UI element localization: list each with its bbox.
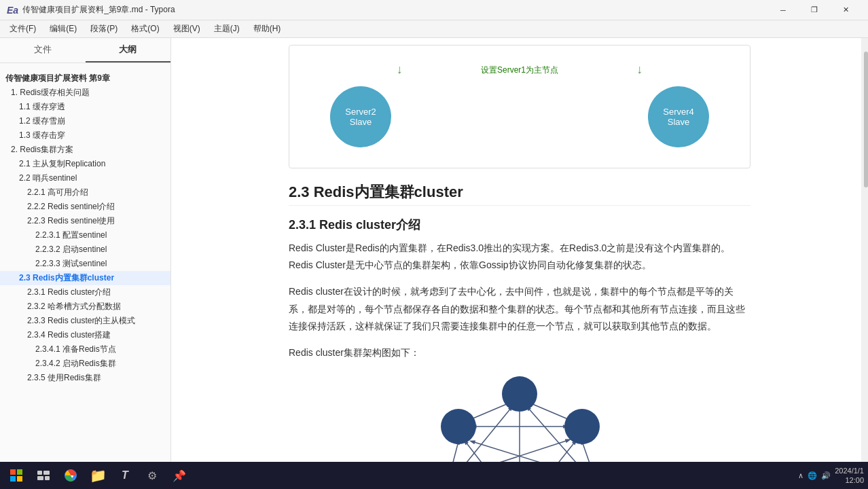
window-title: 传智健康项目扩展资料_第9章.md - Typora — [22, 4, 175, 16]
window-controls: ─ ❐ ✕ — [767, 0, 861, 20]
typora-taskbar-icon[interactable]: T — [113, 463, 137, 488]
outline-item-8[interactable]: 2.2.1 高可用介绍 — [0, 185, 170, 200]
tray-network[interactable]: 🌐 — [808, 471, 817, 480]
server2-node: Server2 Slave — [330, 86, 391, 147]
outline-item-9[interactable]: 2.2.2 Redis sentinel介绍 — [0, 200, 170, 214]
paragraph-2: Redis cluster在设计的时候，就考虑到了去中心化，去中间件，也就是说，… — [289, 283, 751, 335]
menu-help[interactable]: 帮助(H) — [247, 20, 288, 38]
outline-item-4[interactable]: 1.3 缓存击穿 — [0, 128, 170, 143]
tab-files[interactable]: 文件 — [0, 38, 86, 62]
cluster-diagram — [289, 372, 751, 469]
system-tray: ∧ 🌐 🔊 2024/1/112:00 — [798, 466, 864, 486]
sidebar-tabs: 文件 大纲 — [0, 38, 170, 63]
arrow-down-1: ↓ — [397, 62, 403, 77]
cluster-svg — [411, 372, 628, 469]
svg-rect-26 — [17, 476, 22, 482]
svg-rect-23 — [10, 469, 16, 475]
menu-bar: 文件(F) 编辑(E) 段落(P) 格式(O) 视图(V) 主题(J) 帮助(H… — [0, 20, 868, 38]
outline-item-3[interactable]: 1.2 缓存雪崩 — [0, 114, 170, 128]
taskbar-right: ∧ 🌐 🔊 2024/1/112:00 — [798, 466, 864, 486]
start-button[interactable] — [4, 463, 29, 488]
server2-role: Slave — [350, 117, 372, 127]
sidebar: 文件 大纲 传智健康项目扩展资料 第9章 1. Redis缓存相关问题 1.1 … — [0, 38, 171, 469]
outline-item-19[interactable]: 2.3.4.1 准备Redis节点 — [0, 342, 170, 357]
svg-rect-27 — [37, 471, 42, 475]
svg-rect-28 — [43, 471, 50, 475]
extra-icon-1[interactable]: ⚙ — [140, 463, 164, 488]
content-area[interactable]: ↓ 设置Server1为主节点 ↓ Server2 Slave Se — [171, 38, 868, 469]
taskview-button[interactable] — [31, 463, 56, 488]
sentinel-diagram: ↓ 设置Server1为主节点 ↓ Server2 Slave Se — [289, 45, 751, 168]
outline-item-14[interactable]: 2.3 Redis内置集群cluster — [0, 271, 170, 285]
outline-item-16[interactable]: 2.3.2 哈希槽方式分配数据 — [0, 300, 170, 314]
tray-volume[interactable]: 🔊 — [821, 471, 831, 480]
paragraph-1: Redis Cluster是Redis的内置集群，在Redis3.0推出的实现方… — [289, 240, 751, 274]
taskbar-left: 📁 T ⚙ 📌 — [4, 463, 192, 488]
diagram-arrows-top: ↓ 设置Server1为主节点 ↓ — [303, 59, 736, 79]
menu-edit[interactable]: 编辑(E) — [43, 20, 84, 38]
svg-rect-30 — [45, 476, 50, 480]
outline-item-12[interactable]: 2.2.3.2 启动sentinel — [0, 242, 170, 257]
outline-item-21[interactable]: 2.3.5 使用Redis集群 — [0, 371, 170, 385]
svg-line-3 — [528, 402, 573, 421]
outline-item-10[interactable]: 2.2.3 Redis sentinel使用 — [0, 214, 170, 228]
paragraph-3-caption: Redis cluster集群架构图如下： — [289, 344, 751, 361]
heading-2-3-1: 2.3.1 Redis cluster介绍 — [289, 217, 751, 233]
menu-theme[interactable]: 主题(J) — [207, 20, 247, 38]
outline-item-7[interactable]: 2.2 哨兵sentinel — [0, 171, 170, 185]
svg-point-19 — [564, 409, 600, 444]
arrow-down-2: ↓ — [636, 62, 643, 77]
server4-role: Slave — [668, 117, 690, 127]
scroll-thumb[interactable] — [864, 52, 868, 187]
heading-2-3: 2.3 Redis内置集群cluster — [289, 182, 751, 206]
outline-item-20[interactable]: 2.3.4.2 启动Redis集群 — [0, 357, 170, 371]
svg-point-17 — [502, 376, 537, 412]
menu-view[interactable]: 视图(V) — [166, 20, 207, 38]
svg-rect-24 — [17, 469, 22, 475]
server4-label: Server4 — [663, 107, 694, 117]
app-icon: Ea — [7, 5, 18, 16]
server-row: Server2 Slave Server4 Slave — [303, 79, 736, 154]
outline-item-6[interactable]: 2.1 主从复制Replication — [0, 157, 170, 171]
vertical-scrollbar[interactable] — [861, 38, 868, 469]
tray-expand[interactable]: ∧ — [798, 471, 803, 480]
minimize-button[interactable]: ─ — [767, 0, 799, 20]
chrome-icon[interactable] — [58, 463, 83, 488]
maximize-button[interactable]: ❐ — [799, 0, 830, 20]
clock: 2024/1/112:00 — [835, 466, 864, 486]
server4-node: Server4 Slave — [648, 86, 709, 147]
svg-rect-25 — [10, 476, 16, 482]
extra-icon-2[interactable]: 📌 — [167, 463, 192, 488]
outline-item-1[interactable]: 1. Redis缓存相关问题 — [0, 86, 170, 100]
outline-item-2[interactable]: 1.1 缓存穿透 — [0, 100, 170, 114]
title-bar-left: Ea 传智健康项目扩展资料_第9章.md - Typora — [7, 4, 175, 16]
svg-rect-29 — [37, 476, 43, 480]
menu-file[interactable]: 文件(F) — [3, 20, 43, 38]
outline-item-18[interactable]: 2.3.4 Redis cluster搭建 — [0, 328, 170, 342]
taskbar: 📁 T ⚙ 📌 ∧ 🌐 🔊 2024/1/112:00 — [0, 462, 868, 489]
menu-paragraph[interactable]: 段落(P) — [84, 20, 124, 38]
svg-point-18 — [441, 409, 476, 444]
outline-doc-title[interactable]: 传智健康项目扩展资料 第9章 — [0, 71, 170, 86]
tab-outline[interactable]: 大纲 — [86, 38, 171, 62]
outline-panel: 传智健康项目扩展资料 第9章 1. Redis缓存相关问题 1.1 缓存穿透 1… — [0, 63, 170, 469]
server2-label: Server2 — [345, 107, 376, 117]
menu-format[interactable]: 格式(O) — [124, 20, 166, 38]
outline-item-5[interactable]: 2. Redis集群方案 — [0, 143, 170, 157]
close-button[interactable]: ✕ — [830, 0, 861, 20]
outline-item-15[interactable]: 2.3.1 Redis cluster介绍 — [0, 285, 170, 300]
set-server-label: 设置Server1为主节点 — [481, 63, 558, 76]
document: ↓ 设置Server1为主节点 ↓ Server2 Slave Se — [261, 38, 778, 469]
main-layout: 文件 大纲 传智健康项目扩展资料 第9章 1. Redis缓存相关问题 1.1 … — [0, 38, 868, 469]
outline-item-13[interactable]: 2.2.3.3 测试sentinel — [0, 257, 170, 271]
title-bar: Ea 传智健康项目扩展资料_第9章.md - Typora ─ ❐ ✕ — [0, 0, 868, 20]
outline-item-11[interactable]: 2.2.3.1 配置sentinel — [0, 228, 170, 242]
outline-item-17[interactable]: 2.3.3 Redis cluster的主从模式 — [0, 314, 170, 328]
file-explorer-icon[interactable]: 📁 — [86, 463, 110, 488]
